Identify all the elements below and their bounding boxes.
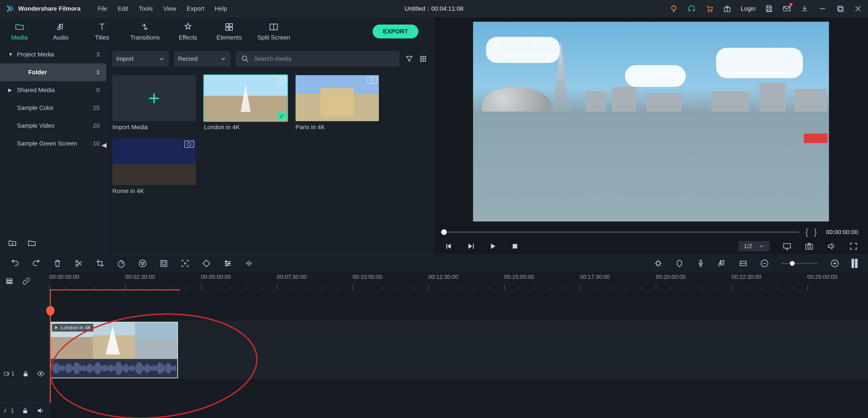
zoom-out-icon[interactable]: [760, 259, 769, 268]
render-icon[interactable]: [654, 259, 663, 268]
svg-point-14: [242, 56, 247, 60]
split-icon[interactable]: [74, 259, 83, 268]
sidebar-item-sample-color[interactable]: Sample Color 25: [0, 99, 106, 117]
snapshot-icon[interactable]: [805, 242, 814, 251]
timeline-body[interactable]: 00:00:00:0000:02:30:0000:05:00:0000:07:3…: [50, 272, 868, 418]
keyframe-icon[interactable]: [202, 259, 211, 268]
video-surface[interactable]: WORLD 4K: [473, 22, 829, 221]
sidebar-item-sample-green-screen[interactable]: Sample Green Screen 10: [0, 135, 106, 152]
clip-rome[interactable]: Rome in 4K: [113, 139, 196, 195]
tab-titles[interactable]: Titles: [89, 22, 115, 41]
menu-tools[interactable]: Tools: [139, 5, 153, 12]
login-button[interactable]: Login: [741, 5, 755, 12]
stop-icon[interactable]: [510, 242, 520, 251]
auto-ripple-icon[interactable]: [739, 259, 748, 268]
export-button[interactable]: EXPORT: [373, 25, 418, 38]
mail-icon[interactable]: [782, 4, 791, 13]
new-folder-icon[interactable]: [8, 239, 17, 248]
sidebar-item-sample-video[interactable]: Sample Video 20: [0, 117, 106, 135]
play-icon[interactable]: [488, 242, 497, 251]
link-icon[interactable]: [22, 277, 30, 285]
delete-icon[interactable]: [53, 259, 62, 268]
import-media-tile[interactable]: + Import Media: [113, 75, 196, 131]
clip-london[interactable]: ✔ London in 4K: [204, 75, 287, 131]
mark-in-button[interactable]: {: [805, 227, 808, 237]
fullscreen-icon[interactable]: [849, 242, 858, 251]
play-pause-icon[interactable]: [466, 242, 475, 251]
audio-wave-icon[interactable]: [244, 259, 253, 268]
zoom-fit-icon[interactable]: [851, 259, 858, 268]
chevron-down-icon[interactable]: ▼: [8, 52, 13, 57]
zoom-in-icon[interactable]: [830, 259, 839, 268]
step-back-icon[interactable]: [444, 242, 453, 251]
motion-tracking-icon[interactable]: [181, 259, 190, 268]
gift-icon[interactable]: [723, 4, 732, 13]
tab-transitions[interactable]: Transitions: [130, 22, 160, 41]
speed-icon[interactable]: [117, 259, 126, 268]
tab-audio[interactable]: Audio: [48, 22, 74, 41]
search-field[interactable]: [254, 55, 395, 62]
sidebar-collapse-icon[interactable]: ◀: [101, 141, 106, 149]
headset-icon[interactable]: [687, 4, 696, 13]
video-track-header[interactable]: 1: [0, 344, 49, 403]
sidebar-item-project-media[interactable]: ▼Project Media 3: [0, 46, 106, 63]
redo-icon[interactable]: [32, 259, 41, 268]
menu-edit[interactable]: Edit: [118, 5, 128, 12]
cart-icon[interactable]: [705, 4, 714, 13]
undo-icon[interactable]: [10, 259, 20, 268]
voiceover-icon[interactable]: [696, 259, 705, 268]
display-icon[interactable]: [782, 242, 792, 251]
timeline-ruler[interactable]: 00:00:00:0000:02:30:0000:05:00:0000:07:3…: [50, 272, 868, 290]
seek-bar[interactable]: [444, 231, 800, 233]
save-icon[interactable]: [765, 4, 773, 13]
folder-icon[interactable]: [27, 239, 36, 248]
audio-mixer-icon[interactable]: [717, 259, 726, 268]
lock-icon[interactable]: [22, 370, 30, 378]
minimize-icon[interactable]: [818, 4, 827, 13]
green-screen-icon[interactable]: [159, 259, 168, 268]
record-dropdown[interactable]: Record: [174, 51, 230, 67]
menu-help[interactable]: Help: [215, 5, 227, 12]
svg-rect-8: [839, 7, 843, 11]
tab-effects[interactable]: Effects: [175, 22, 201, 41]
menu-export[interactable]: Export: [187, 5, 204, 12]
tab-split-screen[interactable]: Split Screen: [257, 22, 290, 41]
timeline-clip-london[interactable]: London in 4K: [50, 322, 178, 378]
svg-point-31: [139, 260, 146, 267]
visibility-icon[interactable]: [37, 370, 45, 378]
preview-quality-select[interactable]: 1/2: [739, 241, 770, 251]
tab-elements-label: Elements: [217, 34, 242, 41]
svg-point-17: [425, 56, 426, 57]
ruler-tick: 00:07:30:00: [277, 272, 307, 290]
maximize-icon[interactable]: [836, 4, 844, 13]
mute-icon[interactable]: [36, 407, 44, 415]
lightbulb-icon[interactable]: [670, 4, 678, 13]
marker-icon[interactable]: [675, 259, 684, 268]
crop-icon[interactable]: [95, 259, 104, 268]
playhead[interactable]: [50, 290, 51, 403]
menu-view[interactable]: View: [163, 5, 176, 12]
tab-media[interactable]: Media: [6, 22, 33, 41]
download-icon[interactable]: [800, 4, 809, 13]
tab-elements[interactable]: Elements: [216, 22, 242, 41]
color-icon[interactable]: [138, 259, 147, 268]
volume-icon[interactable]: [827, 242, 836, 251]
manage-tracks-icon[interactable]: [5, 277, 13, 285]
chevron-right-icon[interactable]: ▶: [8, 87, 13, 93]
sidebar-item-shared-media[interactable]: ▶Shared Media 0: [0, 81, 106, 99]
audio-track-header[interactable]: 1: [0, 403, 49, 418]
lock-icon[interactable]: [21, 407, 29, 415]
grid-view-icon[interactable]: [419, 55, 428, 63]
close-icon[interactable]: [854, 4, 862, 13]
adjust-icon[interactable]: [223, 259, 232, 268]
svg-point-37: [184, 263, 186, 264]
search-input[interactable]: [236, 51, 400, 67]
clip-label: London in 4K: [52, 324, 93, 332]
sidebar-item-folder[interactable]: Folder 3: [0, 63, 106, 81]
clip-paris[interactable]: Paris in 4K: [296, 75, 379, 131]
mark-out-button[interactable]: }: [814, 227, 817, 237]
import-dropdown[interactable]: Import: [113, 51, 169, 67]
filter-icon[interactable]: [405, 55, 413, 63]
menu-file[interactable]: File: [97, 5, 107, 12]
zoom-slider[interactable]: [781, 263, 818, 264]
